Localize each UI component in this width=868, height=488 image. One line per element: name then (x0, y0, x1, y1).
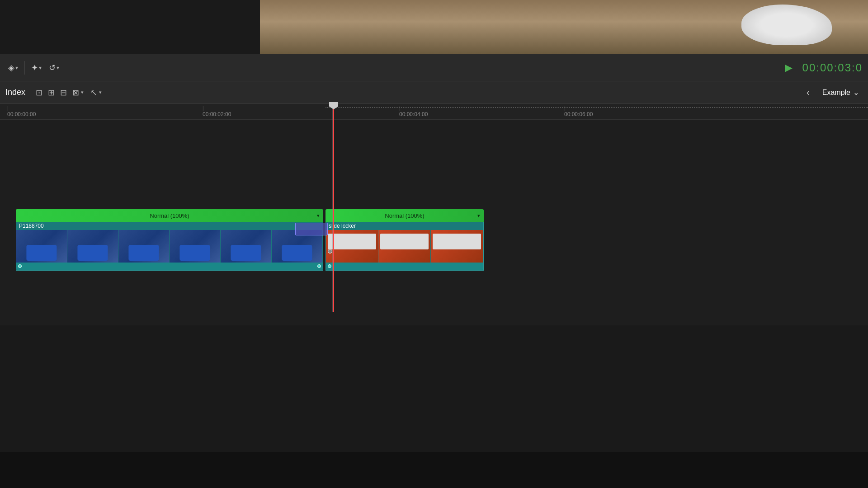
ruler-mark-2: 00:00:04:00 (399, 104, 428, 119)
clip-1-blend-dropdown-icon[interactable]: ▾ (317, 213, 320, 219)
motion-tool-chevron-icon: ▾ (57, 65, 59, 71)
timecode-display: 00:00:03:0 (802, 61, 863, 74)
layout-icon-2[interactable]: ⊞ (47, 86, 56, 99)
edge-tool-icon: ◈ (8, 63, 14, 73)
play-button[interactable]: ▶ (782, 60, 795, 75)
cursor-tool-group: ↖ ▾ (89, 86, 102, 99)
layout-icon-1[interactable]: ⊡ (34, 86, 44, 99)
clip-2-thumb-3 (431, 230, 483, 263)
motion-tool-button[interactable]: ↺ ▾ (46, 61, 62, 75)
clip-1-bottom-bar (16, 263, 323, 270)
clip-1-thumb-3 (118, 230, 170, 263)
layout-icon-4-chevron: ▾ (81, 89, 84, 95)
layout-icon-4-dropdown[interactable]: ⊠ ▾ (71, 86, 84, 99)
clip-1-blend-mode: Normal (100%) (150, 212, 189, 219)
clip-1-start-dot (18, 264, 22, 268)
timeline-header-bar: Index ⊡ ⊞ ⊟ ⊠ ▾ ↖ ▾ ‹ Example ⌄ (0, 81, 868, 104)
clip-2-blend-mode: Normal (100%) (385, 212, 424, 219)
motion-tool-icon: ↺ (49, 63, 56, 73)
preview-area (0, 0, 868, 54)
example-label: Example (822, 89, 850, 97)
layout-icons-group: ⊡ ⊞ ⊟ ⊠ ▾ (34, 86, 84, 99)
clip-2-content: slide locker (326, 222, 484, 271)
toolbar-tools: ◈ ▾ ✦ ▾ ↺ ▾ (5, 61, 62, 75)
preview-video (260, 0, 868, 54)
playhead[interactable] (333, 104, 334, 312)
main-toolbar: ◈ ▾ ✦ ▾ ↺ ▾ ▶ 00:00:03:0 (0, 54, 868, 81)
transition-zone[interactable] (295, 223, 328, 235)
example-chevron-icon: ⌄ (853, 88, 859, 97)
ruler-mark-1: 00:00:02:00 (203, 104, 231, 119)
clip-1-blend-bar[interactable]: Normal (100%) ▾ (16, 209, 323, 222)
clip-2-bottom-bar (326, 263, 483, 270)
clip-2-title: slide locker (326, 222, 483, 230)
timeline-content: Normal (100%) ▾ P1188700 Normal (100 (0, 120, 868, 325)
bottom-bar (0, 452, 868, 488)
clip-1-thumbnails (16, 230, 323, 263)
layout-icon-4: ⊠ (71, 86, 80, 99)
clip-2-start-dot (328, 264, 331, 268)
toolbar-right: ▶ 00:00:03:0 (782, 60, 863, 75)
example-dropdown[interactable]: Example ⌄ (819, 86, 863, 99)
clip-1-content: P1188700 (16, 222, 323, 271)
timeline-ruler: 00:00:00:00 00:00:02:00 00:00:04:00 00:0… (0, 104, 868, 120)
clip-1-end-dot (317, 264, 321, 268)
clip-1-thumb-1 (16, 230, 67, 263)
layout-icon-3[interactable]: ⊟ (59, 86, 68, 99)
toolbar-sep-1 (24, 61, 25, 75)
clip-2-blend-bar[interactable]: Normal (100%) ▾ (326, 209, 484, 222)
cursor-icon: ↖ (89, 86, 99, 99)
select-tool-icon: ✦ (31, 63, 38, 73)
cursor-chevron-icon: ▾ (99, 89, 102, 95)
ruler-mark-0: 00:00:00:00 (7, 104, 36, 119)
ruler-marks: 00:00:00:00 00:00:02:00 00:00:04:00 00:0… (4, 104, 864, 119)
clip-2-thumb-2 (378, 230, 431, 263)
clip-1-thumb-5 (221, 230, 272, 263)
cursor-tool-dropdown[interactable]: ↖ ▾ (89, 86, 102, 99)
clip-1-thumb-4 (170, 230, 221, 263)
clip-1-thumb-2 (67, 230, 118, 263)
edge-tool-chevron-icon: ▾ (15, 65, 18, 71)
edge-tool-button[interactable]: ◈ ▾ (5, 61, 21, 75)
clip-2-left-dot (328, 249, 332, 253)
clip-1-title: P1188700 (16, 222, 323, 230)
clip-2-thumbnails (326, 230, 483, 263)
play-icon: ▶ (785, 62, 793, 74)
nav-back-button[interactable]: ‹ (803, 85, 813, 99)
select-tool-chevron-icon: ▾ (39, 65, 42, 71)
preview-left (0, 0, 260, 54)
select-tool-button[interactable]: ✦ ▾ (28, 61, 44, 75)
clip-2-blend-dropdown-icon[interactable]: ▾ (477, 213, 480, 219)
index-label: Index (5, 88, 25, 97)
ruler-mark-3: 00:00:06:00 (564, 104, 593, 119)
ruler-dotted-line (326, 107, 868, 108)
clip-1[interactable]: Normal (100%) ▾ P1188700 (16, 209, 323, 271)
clip-2[interactable]: Normal (100%) ▾ slide locker (326, 209, 484, 271)
